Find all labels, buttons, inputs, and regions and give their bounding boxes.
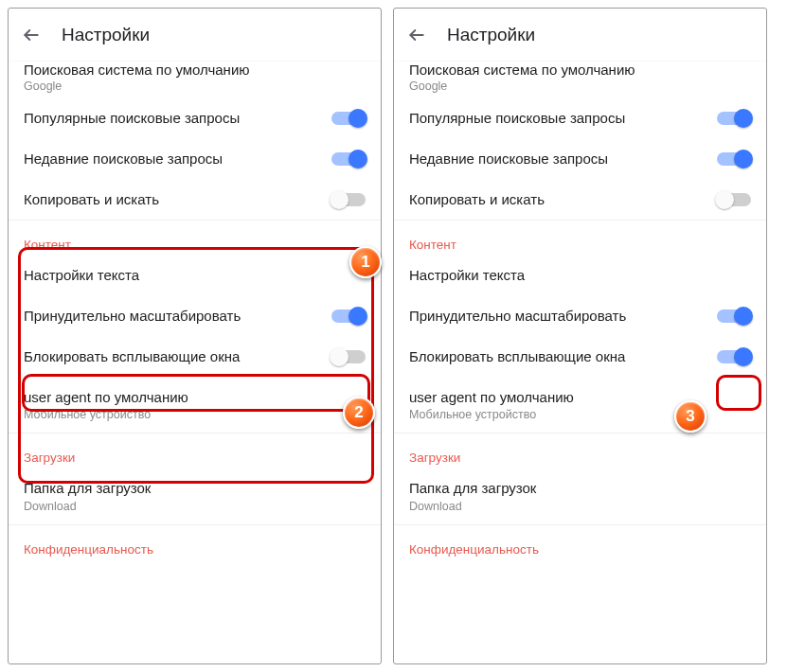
setting-label: Копировать и искать [24, 191, 159, 209]
back-arrow-icon[interactable] [22, 26, 41, 44]
setting-label: Копировать и искать [409, 191, 545, 209]
toggle-recent-queries[interactable] [717, 152, 751, 166]
toggle-popular-queries[interactable] [717, 112, 751, 125]
setting-sub: Download [24, 500, 366, 513]
section-privacy: Конфиденциальность [9, 525, 381, 560]
setting-label: Блокировать всплывающие окна [24, 348, 240, 366]
setting-label: Принудительно масштабировать [24, 308, 241, 326]
setting-label: Недавние поисковые запросы [24, 150, 223, 168]
setting-copy-search[interactable]: Копировать и искать [9, 180, 381, 221]
setting-block-popups[interactable]: Блокировать всплывающие окна [9, 337, 381, 378]
setting-recent-queries[interactable]: Недавние поисковые запросы [9, 139, 381, 180]
setting-label: Настройки текста [24, 267, 139, 285]
toggle-copy-search[interactable] [331, 193, 366, 206]
setting-sub: Google [24, 80, 366, 93]
setting-text-settings[interactable]: Настройки текста [394, 256, 766, 296]
toggle-block-popups[interactable] [331, 350, 366, 363]
page-title: Настройки [62, 25, 150, 45]
setting-label: Принудительно масштабировать [409, 308, 626, 326]
setting-popular-queries[interactable]: Популярные поисковые запросы [394, 98, 766, 139]
setting-label: Папка для загрузок [409, 480, 751, 498]
section-downloads: Загрузки [394, 433, 766, 469]
toggle-block-popups[interactable] [717, 350, 751, 363]
toggle-copy-search[interactable] [717, 193, 751, 206]
setting-user-agent[interactable]: user agent по умолчанию Мобильное устрой… [394, 378, 766, 433]
setting-label: Популярные поисковые запросы [24, 110, 240, 128]
phone-right: Настройки Поисковая система по умолчанию… [393, 8, 767, 664]
toggle-recent-queries[interactable] [331, 152, 366, 166]
setting-label: Популярные поисковые запросы [409, 110, 625, 128]
toggle-force-zoom[interactable] [717, 309, 751, 323]
phone-left: Настройки Поисковая система по умолчанию… [8, 8, 382, 664]
setting-force-zoom[interactable]: Принудительно масштабировать [394, 296, 766, 337]
setting-copy-search[interactable]: Копировать и искать [394, 180, 766, 221]
setting-label: Папка для загрузок [24, 480, 366, 498]
page-title: Настройки [447, 25, 535, 45]
toggle-force-zoom[interactable] [331, 309, 366, 323]
setting-sub: Мобильное устройство [24, 408, 366, 421]
setting-label: Недавние поисковые запросы [409, 150, 608, 168]
setting-search-engine[interactable]: Поисковая система по умолчанию Google [394, 62, 766, 98]
setting-label: Настройки текста [409, 267, 525, 285]
toggle-popular-queries[interactable] [331, 112, 366, 125]
setting-label: user agent по умолчанию [409, 389, 751, 407]
section-content: Контент [9, 221, 381, 256]
section-downloads: Загрузки [9, 433, 381, 469]
setting-force-zoom[interactable]: Принудительно масштабировать [9, 296, 381, 337]
setting-label: Блокировать всплывающие окна [409, 348, 625, 366]
setting-sub: Download [409, 500, 751, 513]
setting-block-popups[interactable]: Блокировать всплывающие окна [394, 337, 766, 378]
setting-label: user agent по умолчанию [24, 389, 366, 407]
setting-sub: Мобильное устройство [409, 408, 751, 421]
setting-popular-queries[interactable]: Популярные поисковые запросы [9, 98, 381, 139]
setting-label: Поисковая система по умолчанию [409, 62, 751, 78]
setting-sub: Google [409, 80, 751, 93]
setting-user-agent[interactable]: user agent по умолчанию Мобильное устрой… [9, 378, 381, 433]
setting-search-engine[interactable]: Поисковая система по умолчанию Google [9, 62, 381, 98]
topbar: Настройки [394, 9, 766, 62]
setting-recent-queries[interactable]: Недавние поисковые запросы [394, 139, 766, 180]
setting-text-settings[interactable]: Настройки текста [9, 256, 381, 296]
section-privacy: Конфиденциальность [394, 525, 766, 560]
setting-download-folder[interactable]: Папка для загрузок Download [9, 469, 381, 524]
back-arrow-icon[interactable] [407, 26, 426, 44]
topbar: Настройки [9, 9, 381, 62]
section-content: Контент [394, 221, 766, 256]
setting-label: Поисковая система по умолчанию [24, 62, 366, 78]
setting-download-folder[interactable]: Папка для загрузок Download [394, 469, 766, 524]
